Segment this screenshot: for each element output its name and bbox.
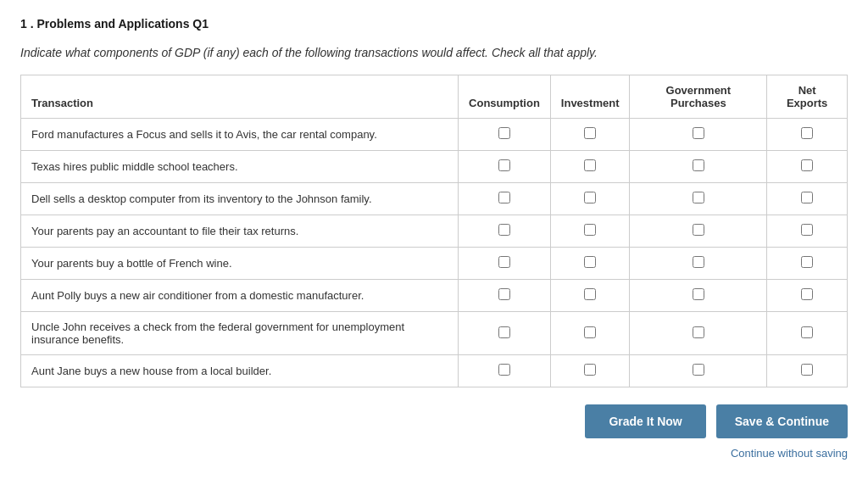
transaction-cell: Uncle John receives a check from the fed… xyxy=(21,312,459,355)
checkbox-cell-investment[interactable] xyxy=(550,248,630,280)
checkbox-cell-net-exports[interactable] xyxy=(767,280,848,312)
checkbox-cell-net-exports[interactable] xyxy=(767,119,848,151)
checkbox-cell-government[interactable] xyxy=(630,119,767,151)
checkbox-cell-government[interactable] xyxy=(630,183,767,215)
checkbox-government-row5[interactable] xyxy=(693,256,704,268)
transaction-cell: Aunt Polly buys a new air conditioner fr… xyxy=(21,280,459,312)
checkbox-cell-investment[interactable] xyxy=(550,119,630,151)
table-row: Aunt Polly buys a new air conditioner fr… xyxy=(21,280,848,312)
checkbox-cell-government[interactable] xyxy=(630,280,767,312)
transaction-cell: Texas hires public middle school teacher… xyxy=(21,151,459,183)
checkbox-net-exports-row5[interactable] xyxy=(801,256,813,268)
table-row: Ford manufactures a Focus and sells it t… xyxy=(21,119,848,151)
transaction-cell: Your parents pay an accountant to file t… xyxy=(21,215,459,248)
grade-button[interactable]: Grade It Now xyxy=(585,404,705,438)
checkbox-investment-row2[interactable] xyxy=(584,159,596,171)
checkbox-cell-net-exports[interactable] xyxy=(767,215,848,248)
table-row: Your parents buy a bottle of French wine… xyxy=(21,248,848,280)
checkbox-cell-consumption[interactable] xyxy=(459,248,551,280)
col-header-transaction: Transaction xyxy=(21,75,459,119)
transaction-cell: Ford manufactures a Focus and sells it t… xyxy=(21,119,459,151)
checkbox-government-row2[interactable] xyxy=(693,159,704,171)
col-header-investment: Investment xyxy=(550,75,630,119)
checkbox-consumption-row5[interactable] xyxy=(498,256,510,268)
checkbox-government-row6[interactable] xyxy=(693,288,704,300)
table-row: Texas hires public middle school teacher… xyxy=(21,151,848,183)
checkbox-cell-net-exports[interactable] xyxy=(767,312,848,355)
checkbox-cell-consumption[interactable] xyxy=(459,280,551,312)
col-header-net-exports: Net Exports xyxy=(767,75,848,119)
checkbox-cell-net-exports[interactable] xyxy=(767,355,848,387)
question-title: 1 . Problems and Applications Q1 xyxy=(20,17,848,31)
checkbox-cell-investment[interactable] xyxy=(550,183,630,215)
checkbox-cell-consumption[interactable] xyxy=(459,183,551,215)
checkbox-cell-consumption[interactable] xyxy=(459,312,551,355)
checkbox-net-exports-row2[interactable] xyxy=(801,159,813,171)
checkbox-cell-government[interactable] xyxy=(630,248,767,280)
checkbox-consumption-row8[interactable] xyxy=(498,364,510,376)
checkbox-cell-government[interactable] xyxy=(630,312,767,355)
checkbox-investment-row6[interactable] xyxy=(584,288,596,300)
table-row: Uncle John receives a check from the fed… xyxy=(21,312,848,355)
checkbox-cell-government[interactable] xyxy=(630,215,767,248)
checkbox-cell-net-exports[interactable] xyxy=(767,151,848,183)
col-header-consumption: Consumption xyxy=(459,75,551,119)
checkbox-cell-investment[interactable] xyxy=(550,151,630,183)
checkbox-net-exports-row1[interactable] xyxy=(801,127,813,139)
checkbox-government-row8[interactable] xyxy=(693,364,704,376)
transaction-cell: Aunt Jane buys a new house from a local … xyxy=(21,355,459,387)
checkbox-investment-row3[interactable] xyxy=(584,192,596,203)
checkbox-net-exports-row4[interactable] xyxy=(801,224,813,236)
checkbox-cell-investment[interactable] xyxy=(550,215,630,248)
checkbox-cell-investment[interactable] xyxy=(550,280,630,312)
checkbox-net-exports-row8[interactable] xyxy=(801,364,813,376)
checkbox-net-exports-row6[interactable] xyxy=(801,288,813,300)
checkbox-government-row1[interactable] xyxy=(693,127,704,139)
checkbox-consumption-row3[interactable] xyxy=(498,192,510,203)
checkbox-consumption-row2[interactable] xyxy=(498,159,510,171)
checkbox-investment-row8[interactable] xyxy=(584,364,596,376)
checkbox-investment-row4[interactable] xyxy=(584,224,596,236)
continue-without-saving-link[interactable]: Continue without saving xyxy=(731,447,848,460)
table-row: Dell sells a desktop computer from its i… xyxy=(21,183,848,215)
checkbox-consumption-row6[interactable] xyxy=(498,288,510,300)
checkbox-cell-consumption[interactable] xyxy=(459,355,551,387)
checkbox-cell-consumption[interactable] xyxy=(459,119,551,151)
checkbox-cell-net-exports[interactable] xyxy=(767,183,848,215)
checkbox-cell-net-exports[interactable] xyxy=(767,248,848,280)
save-continue-button[interactable]: Save & Continue xyxy=(716,404,848,438)
checkbox-consumption-row4[interactable] xyxy=(498,224,510,236)
table-row: Your parents pay an accountant to file t… xyxy=(21,215,848,248)
transaction-cell: Dell sells a desktop computer from its i… xyxy=(21,183,459,215)
checkbox-cell-investment[interactable] xyxy=(550,355,630,387)
gdp-table: Transaction Consumption Investment Gover… xyxy=(20,75,848,387)
checkbox-cell-government[interactable] xyxy=(630,151,767,183)
checkbox-investment-row7[interactable] xyxy=(584,326,596,338)
checkbox-government-row3[interactable] xyxy=(693,192,704,203)
checkbox-cell-investment[interactable] xyxy=(550,312,630,355)
checkbox-consumption-row1[interactable] xyxy=(498,127,510,139)
checkbox-consumption-row7[interactable] xyxy=(498,326,510,338)
checkbox-net-exports-row3[interactable] xyxy=(801,192,813,203)
checkbox-investment-row5[interactable] xyxy=(584,256,596,268)
checkbox-net-exports-row7[interactable] xyxy=(801,326,813,338)
transaction-cell: Your parents buy a bottle of French wine… xyxy=(21,248,459,280)
checkbox-investment-row1[interactable] xyxy=(584,127,596,139)
checkbox-cell-consumption[interactable] xyxy=(459,215,551,248)
col-header-government: Government Purchases xyxy=(630,75,767,119)
checkbox-cell-consumption[interactable] xyxy=(459,151,551,183)
checkbox-government-row4[interactable] xyxy=(693,224,704,236)
instructions: Indicate what components of GDP (if any)… xyxy=(20,46,848,59)
checkbox-government-row7[interactable] xyxy=(693,326,704,338)
table-row: Aunt Jane buys a new house from a local … xyxy=(21,355,848,387)
checkbox-cell-government[interactable] xyxy=(630,355,767,387)
